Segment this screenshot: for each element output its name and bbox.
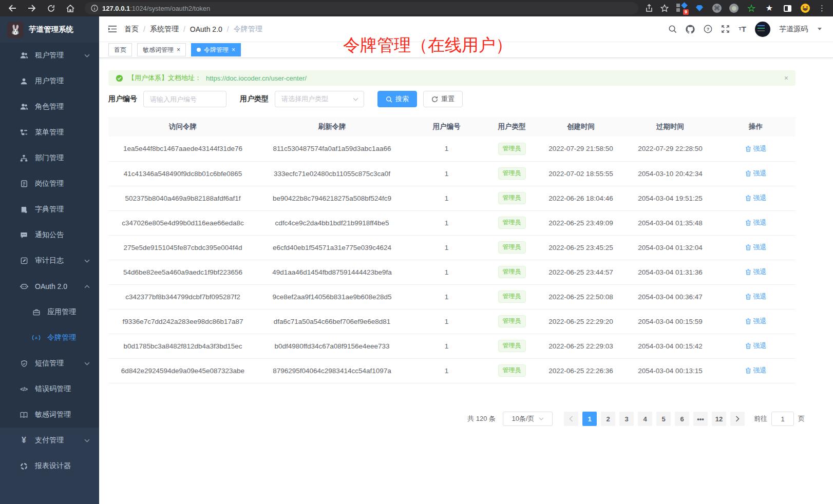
kick-out-button[interactable]: 强退 — [745, 193, 767, 203]
sidebar-item-oauth2-app[interactable]: 应用管理 — [0, 299, 99, 325]
close-icon[interactable]: × — [232, 47, 235, 53]
username[interactable]: 芋道源码 — [779, 25, 808, 34]
overflow-menu-icon[interactable]: ⋮ — [818, 4, 826, 13]
star-white-icon[interactable]: ★ — [764, 3, 774, 13]
goto-label: 前往 — [754, 414, 767, 423]
sidebar-collapse-icon[interactable] — [99, 25, 124, 33]
sidebar-item-tenant[interactable]: 租户管理 — [0, 43, 99, 68]
close-icon[interactable]: × — [177, 47, 180, 53]
reset-button[interactable]: 重置 — [423, 91, 463, 107]
page-12-button[interactable]: 12 — [712, 412, 726, 426]
fullscreen-icon[interactable] — [721, 25, 730, 33]
breadcrumb-oauth2[interactable]: OAuth 2.0 — [190, 25, 222, 33]
app-title: 芋道管理系统 — [29, 25, 73, 34]
prev-page-button[interactable] — [564, 412, 578, 426]
address-bar[interactable]: 127.0.0.1:1024/system/oauth2/token — [85, 2, 638, 14]
breadcrumb: 首页 / 系统管理 / OAuth 2.0 / 令牌管理 — [124, 25, 262, 34]
table-row: 41c41346a548490f9dc8b01c6bfe0865 333ecfc… — [108, 161, 796, 186]
goto-page-input[interactable] — [771, 412, 794, 426]
yen-icon: ¥ — [20, 436, 28, 445]
alert-close-icon[interactable]: × — [784, 74, 788, 82]
kick-out-button[interactable]: 强退 — [745, 218, 767, 227]
code-icon: </> — [20, 385, 28, 394]
kick-out-button[interactable]: 强退 — [745, 144, 767, 153]
refresh-token-cell: 49d1aa46d1454fbd87591444423be9fa — [257, 260, 407, 284]
next-page-button[interactable] — [730, 412, 745, 426]
kick-out-button[interactable]: 强退 — [745, 169, 767, 178]
sidebar-item-report-designer[interactable]: 报表设计器 — [0, 453, 99, 479]
user-id-cell: 1 — [407, 260, 486, 284]
kick-out-button[interactable]: 强退 — [745, 317, 767, 326]
table-row: 1ea5e44f8bc1467aaede43144f31de76 811c530… — [108, 137, 796, 161]
table-row: c347026e805e4d99b0d116eae66eda8c cdfc4ce… — [108, 210, 796, 235]
page-4-button[interactable]: 4 — [638, 412, 652, 426]
gem-icon[interactable] — [694, 3, 705, 13]
sidebar-item-dict[interactable]: 字典管理 — [0, 197, 99, 222]
user-type-cell: 管理员 — [486, 260, 537, 284]
emoji-icon[interactable] — [800, 3, 810, 13]
kick-out-button[interactable]: 强退 — [745, 243, 767, 252]
app-logo[interactable]: 🐰 芋道管理系统 — [0, 16, 99, 43]
user-id-input[interactable] — [143, 91, 226, 107]
sidebar-item-post[interactable]: 岗位管理 — [0, 171, 99, 197]
sidebar-item-oauth2-token[interactable]: A 令牌管理 — [0, 325, 99, 351]
page-size-select[interactable]: 10条/页 — [503, 412, 553, 426]
tab-token[interactable]: 令牌管理 × — [191, 43, 241, 56]
table-header-row: 访问令牌 刷新令牌 用户编号 用户类型 创建时间 过期时间 操作 — [108, 117, 796, 137]
page-3-button[interactable]: 3 — [619, 412, 634, 426]
sidebar-item-oauth2[interactable]: OAuth 2.0 — [0, 274, 99, 299]
github-icon[interactable] — [686, 25, 695, 34]
share-icon[interactable] — [646, 4, 653, 12]
sidebar-item-notice[interactable]: 通知公告 — [0, 222, 99, 248]
side-panel-icon[interactable] — [782, 3, 792, 13]
kick-out-button[interactable]: 强退 — [745, 292, 767, 301]
doc-link[interactable]: https://doc.iocoder.cn/user-center/ — [206, 74, 307, 82]
trash-icon — [745, 318, 751, 324]
action-cell: 强退 — [716, 137, 796, 161]
sidebar-item-errcode[interactable]: </> 错误码管理 — [0, 376, 99, 402]
sidebar-item-dept[interactable]: 部门管理 — [0, 145, 99, 171]
bookmark-star-icon[interactable] — [660, 4, 669, 12]
page-1-button[interactable]: 1 — [582, 412, 597, 426]
user-menu-caret-icon[interactable] — [818, 28, 822, 30]
home-icon[interactable] — [66, 5, 74, 12]
kick-out-button[interactable]: 强退 — [745, 341, 767, 351]
sidebar-item-pay[interactable]: ¥ 支付管理 — [0, 428, 99, 453]
access-token-cell: 41c41346a548490f9dc8b01c6bfe0865 — [108, 161, 257, 186]
tab-home[interactable]: 首页 — [108, 43, 132, 56]
kick-out-button[interactable]: 强退 — [745, 366, 767, 375]
page-6-button[interactable]: 6 — [675, 412, 689, 426]
user-type-select[interactable]: 请选择用户类型 — [275, 91, 364, 107]
sidebar-item-menu[interactable]: 菜单管理 — [0, 120, 99, 145]
sidebar-item-sensitive-word[interactable]: 敏感词管理 — [0, 402, 99, 428]
record-icon[interactable] — [729, 4, 739, 13]
sidebar-item-user[interactable]: 用户管理 — [0, 68, 99, 94]
help-icon[interactable]: ? — [704, 25, 712, 33]
breadcrumb-home[interactable]: 首页 — [124, 25, 139, 34]
page-2-button[interactable]: 2 — [601, 412, 615, 426]
search-icon[interactable] — [668, 25, 677, 33]
back-icon[interactable] — [8, 5, 16, 12]
star-green-icon[interactable]: ★ — [746, 3, 756, 13]
site-info-icon[interactable] — [91, 5, 98, 12]
shield-check-icon — [20, 359, 28, 368]
access-token-cell: 502375b8040a469a9b82188afdf6af1f — [108, 186, 257, 210]
search-button[interactable]: 搜索 — [377, 91, 417, 107]
success-check-icon — [116, 74, 123, 82]
sidebar-item-role[interactable]: 角色管理 — [0, 94, 99, 120]
more-pages-button[interactable]: ••• — [693, 412, 708, 426]
forward-icon[interactable] — [28, 5, 36, 12]
font-size-icon[interactable]: TT — [739, 25, 746, 33]
avatar[interactable] — [755, 22, 770, 37]
page-5-button[interactable]: 5 — [656, 412, 671, 426]
refresh-token-cell: 811c530487574fa0af1a59d3abc1aa66 — [257, 137, 407, 161]
sidebar-item-sms[interactable]: 短信管理 — [0, 351, 99, 376]
sidebar-item-audit-log[interactable]: 审计日志 — [0, 248, 99, 274]
reload-icon[interactable] — [47, 5, 55, 12]
breadcrumb-system[interactable]: 系统管理 — [150, 25, 179, 34]
tab-sensitive-word[interactable]: 敏感词管理 × — [137, 43, 186, 56]
command-icon[interactable]: ⌘ — [712, 4, 722, 13]
trash-icon — [745, 146, 751, 152]
kick-out-button[interactable]: 强退 — [745, 267, 767, 277]
extensions-icon[interactable]: 9 — [676, 3, 687, 13]
